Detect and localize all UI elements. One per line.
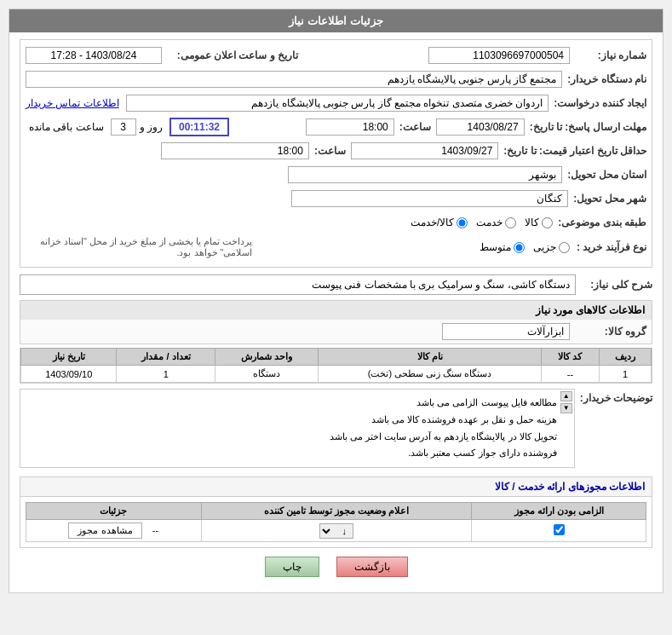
ilzami-detail-dash: -- — [152, 525, 158, 535]
radio-khadamat: خدمت — [476, 216, 516, 228]
main-container: جزئیات اطلاعات نیاز شماره نیاز: 11030966… — [9, 9, 663, 593]
grohe-kala-value: ابزارآلات — [442, 323, 570, 340]
radio-jozi-input[interactable] — [559, 242, 570, 253]
radio-kala-input[interactable] — [542, 217, 553, 228]
hadaqal-label: حداقل تاریخ اعتبار قیمت: تا تاریخ: — [498, 145, 646, 157]
ettelaat-tamas-link[interactable]: اطلاعات تماس خریدار — [26, 97, 119, 109]
row-nam-dastgah: نام دستگاه خریدار: مجتمع گاز پارس جنوبی … — [26, 69, 646, 89]
radio-motovaset: متوسط — [480, 241, 525, 253]
col-vahed: واحد شمارش — [215, 349, 319, 366]
row-ijad-konande: ایجاد کننده درخواست: اردوان خضری متصدی ت… — [26, 93, 646, 113]
description-label: توضیحات خریدار: — [575, 389, 652, 404]
mohlat-baqi: 00:11:32 — [169, 118, 229, 136]
row-tarighe: طبقه بندی موضوعی: کالا خدمت کالا/خدمت — [26, 212, 646, 233]
row-ostan: استان محل تحویل: بوشهر — [26, 165, 646, 185]
description-line: تحویل کالا در پالایشگاه یازدهم به آدرس س… — [26, 429, 557, 446]
ilzami-col2: اعلام وضعیت مجوز توسط تامین کننده — [201, 503, 472, 520]
mashahade-btn[interactable]: مشاهده مجوز — [68, 522, 141, 539]
farayand-note: پرداخت تمام یا بخشی از مبلغ خرید از محل … — [26, 236, 253, 258]
ilzami-table: الزامی بودن ارائه مجوز اعلام وضعیت مجوز … — [26, 502, 646, 542]
sarh-value: دستگاه کاشی، سنگ و سرامیک بری با مشخصات … — [20, 274, 576, 295]
row-noe-farayand: نوع فرآیند خرید : جزیی متوسط پرداخت تمام… — [26, 236, 646, 258]
hadaqal-saat: 18:00 — [161, 142, 308, 159]
nam-dastgah-value: مجتمع گاز پارس جنوبی پالایشگاه یازدهم — [26, 71, 562, 88]
rooz-label: روز و — [136, 121, 166, 133]
cell-radif: 1 — [599, 366, 651, 383]
ijad-konande-value: اردوان خضری متصدی تنخواه مجتمع گاز پارس … — [126, 95, 549, 112]
grohe-kala-label: گروه کالا: — [570, 326, 646, 338]
ilzami-detail-cell: -- مشاهده مجوز — [26, 520, 202, 542]
mohlat-ersal-date: 1403/08/27 — [436, 118, 525, 136]
tarighe-label: طبقه بندی موضوعی: — [553, 216, 646, 228]
chap-button[interactable]: چاپ — [265, 557, 319, 577]
radio-motovaset-input[interactable] — [514, 242, 525, 253]
taarikh-elam-value: 1403/08/24 - 17:28 — [26, 47, 162, 64]
ostan-label: استان محل تحویل: — [562, 169, 646, 181]
col-nam-kala: نام کالا — [319, 349, 542, 366]
cell-kod-kala: -- — [542, 366, 600, 383]
mohlat-ersal-label: مهلت ارسال پاسخ: تا تاریخ: — [525, 121, 646, 133]
radio-kala-label: کالا — [525, 216, 539, 228]
ilzami-col3: جزئیات — [26, 503, 202, 520]
cell-nam-kala: دستگاه سنگ زنی سطحی (تخت) — [319, 366, 542, 383]
col-tarikh: تاریخ نیاز — [21, 349, 117, 366]
kala-table: ردیف کد کالا نام کالا واحد شمارش تعداد /… — [20, 348, 652, 383]
ilzami-checkbox[interactable] — [554, 524, 565, 535]
hadaqal-date: 1403/09/27 — [351, 142, 498, 159]
ilzami-checkbox-cell — [472, 520, 646, 542]
row-shomare-taarikh: شماره نیاز: 1103096697000504 تاریخ و ساع… — [26, 45, 646, 66]
radio-jozi: جزیی — [533, 241, 570, 253]
content-area: شماره نیاز: 1103096697000504 تاریخ و ساع… — [9, 32, 663, 592]
ilzami-row: ↓ -- مشاهده مجوز — [26, 520, 646, 542]
nam-dastgah-label: نام دستگاه خریدار: — [562, 73, 646, 85]
row-mohlat-ersal: مهلت ارسال پاسخ: تا تاریخ: 1403/08/27 سا… — [26, 117, 646, 137]
cell-tedad: 1 — [117, 366, 215, 383]
col-kod-kala: کد کالا — [542, 349, 600, 366]
ilzami-select[interactable]: ↓ — [319, 523, 353, 539]
ostan-value: بوشهر — [288, 166, 562, 183]
ilzami-title: اطلاعات مجوزهای ارائه خدمت / کالا — [20, 476, 652, 497]
noe-farayand-radio-group: جزیی متوسط — [480, 241, 570, 253]
taarikh-elam-label: تاریخ و ساعت اعلان عمومی: — [162, 49, 298, 61]
baqi-mande-label: ساعت باقی مانده — [26, 121, 107, 133]
col-tedad: تعداد / مقدار — [117, 349, 215, 366]
ijad-konande-label: ایجاد کننده درخواست: — [549, 97, 646, 109]
sarh-label: شرح کلی نیاز: — [576, 279, 652, 291]
description-line: هزینه حمل و نقل بر عهده فروشنده کالا می … — [26, 412, 557, 429]
radio-khadamat-label: خدمت — [476, 216, 503, 228]
description-lines: مطالعه فایل پیوست الزامی می باشدهزینه حم… — [26, 395, 557, 462]
ilzami-col1: الزامی بودن ارائه مجوز — [472, 503, 646, 520]
form-section: شماره نیاز: 1103096697000504 تاریخ و ساع… — [20, 39, 652, 268]
description-line: فروشنده دارای جواز کسب معتبر باشد. — [26, 445, 557, 462]
row-hadaqal: حداقل تاریخ اعتبار قیمت: تا تاریخ: 1403/… — [26, 141, 646, 161]
page-title: جزئیات اطلاعات نیاز — [289, 14, 382, 27]
mohlat-ersal-saat: 18:00 — [306, 118, 394, 136]
row-grohe-kala: گروه کالا: ابزارآلات — [20, 320, 652, 344]
radio-kala-khadamat-label: کالا/خدمت — [411, 216, 454, 228]
bazkasht-button[interactable]: بازگشت — [336, 557, 408, 577]
scroll-down-btn[interactable]: ▼ — [560, 403, 572, 413]
scroll-controls: ▲ ▼ — [560, 391, 572, 413]
radio-khadamat-input[interactable] — [505, 217, 516, 228]
mohlat-rooz: 3 — [111, 118, 136, 136]
radio-kala: کالا — [525, 216, 553, 228]
bottom-buttons: بازگشت چاپ — [20, 557, 652, 577]
row-shahr: شهر محل تحویل: کنگان — [26, 188, 646, 209]
radio-kala-khadamat-input[interactable] — [457, 217, 468, 228]
kalaha-title: اطلاعات کالاهای مورد نیاز — [20, 300, 652, 320]
radio-motovaset-label: متوسط — [480, 241, 511, 253]
hadaqal-saat-label: ساعت: — [309, 145, 346, 157]
description-line: مطالعه فایل پیوست الزامی می باشد — [26, 395, 557, 412]
description-box: ▲ ▼ مطالعه فایل پیوست الزامی می باشدهزین… — [20, 389, 575, 468]
scroll-up-btn[interactable]: ▲ — [560, 391, 572, 401]
row-sarh: شرح کلی نیاز: دستگاه کاشی، سنگ و سرامیک … — [20, 274, 652, 295]
table-row: 1 -- دستگاه سنگ زنی سطحی (تخت) دستگاه 1 … — [21, 366, 652, 383]
tarighe-radio-group: کالا خدمت کالا/خدمت — [411, 216, 553, 228]
ilzami-section: الزامی بودن ارائه مجوز اعلام وضعیت مجوز … — [20, 497, 652, 548]
shomare-niaz-label: شماره نیاز: — [570, 49, 646, 61]
shahr-label: شهر محل تحویل: — [568, 193, 646, 205]
radio-jozi-label: جزیی — [533, 241, 556, 253]
shomare-niaz-value: 1103096697000504 — [428, 47, 571, 64]
cell-vahed: دستگاه — [215, 366, 319, 383]
kala-table-container: ردیف کد کالا نام کالا واحد شمارش تعداد /… — [20, 348, 652, 384]
